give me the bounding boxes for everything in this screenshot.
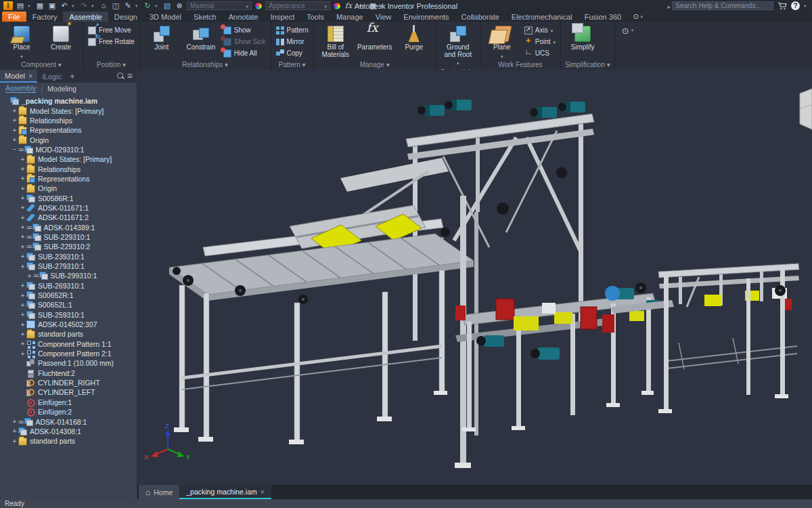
mode-tab-assembly[interactable]: Assembly (5, 84, 37, 93)
tree-item-sub-229310-1[interactable]: SUB-229310:1 (0, 232, 137, 242)
ribbon-group-label-work-features[interactable]: Work Features (480, 60, 560, 70)
tree-item-relationships[interactable]: Relationships (0, 164, 137, 173)
expand-icon[interactable] (19, 204, 26, 211)
expand-icon[interactable] (11, 117, 18, 124)
simplify-button[interactable]: Simplify (566, 24, 600, 60)
ribbon-group-label-manage[interactable]: Manage ▾ (314, 60, 436, 70)
tree-item-mod-029310-1[interactable]: MOD-029310:1 (0, 145, 137, 154)
viewport-3d[interactable]: Z X Y (137, 70, 812, 485)
expand-icon[interactable] (19, 350, 26, 358)
tree-item-einf-gen-1[interactable]: Einfügen:1 (0, 398, 137, 407)
update-dropdown-icon[interactable] (155, 3, 160, 9)
tree-item-adsk-014168-1[interactable]: ADSK-014168:1 (0, 417, 137, 426)
tree-item-sub-259310-1[interactable]: SUB-259310:1 (0, 310, 137, 320)
close-browser-tab-icon[interactable] (28, 72, 32, 80)
look-at-icon[interactable] (111, 1, 120, 10)
select-icon[interactable] (162, 1, 172, 10)
navigation-wheel-icon[interactable] (175, 1, 184, 10)
expand-icon[interactable] (11, 438, 18, 445)
new-file-dropdown-icon[interactable] (28, 3, 32, 9)
appearance-dropdown[interactable]: Appearance (265, 1, 330, 10)
tree-item-sub-279310-1[interactable]: SUB-279310:1 (0, 261, 137, 271)
bill-of-materials-button[interactable]: Bill of Materials (319, 24, 353, 60)
browser-tab-model[interactable]: Model (0, 70, 37, 83)
expand-icon[interactable] (11, 107, 18, 114)
store-cart-icon[interactable] (777, 2, 787, 10)
ribbon-group-label-position[interactable]: Position ▾ (83, 60, 139, 70)
ribbon-group-label-pattern[interactable]: Pattern ▾ (271, 60, 313, 70)
tree-item-component-pattern-1-1[interactable]: Component Pattern 1:1 (0, 339, 137, 349)
ribbon-tab-environments[interactable]: Environments (397, 12, 455, 22)
axis-button[interactable]: Axis (524, 25, 556, 35)
expand-icon[interactable] (19, 263, 26, 270)
save-icon[interactable] (47, 1, 57, 10)
tree-item-component-pattern-2-1[interactable]: Component Pattern 2:1 (0, 349, 137, 358)
display-options-button[interactable] (633, 12, 643, 22)
help-icon[interactable] (791, 1, 800, 10)
appearance-colorwheel-icon[interactable] (333, 2, 341, 10)
close-document-icon[interactable] (261, 488, 265, 496)
place-button[interactable]: Place (5, 24, 39, 60)
pattern-button[interactable]: Pattern (276, 25, 309, 35)
expand-icon[interactable] (19, 175, 26, 182)
active-document-tab[interactable]: _packing machine.iam (179, 485, 271, 499)
ground-and-root-button[interactable]: Ground and Root (441, 24, 475, 68)
material-colorwheel-icon[interactable] (254, 2, 263, 10)
expand-icon[interactable] (11, 136, 18, 144)
new-file-icon[interactable] (16, 1, 25, 10)
show-button[interactable]: Show (223, 25, 266, 35)
expand-icon[interactable] (19, 282, 26, 289)
expand-icon[interactable] (11, 418, 18, 425)
sketch-icon[interactable] (123, 1, 133, 10)
help-dropdown-icon[interactable] (804, 3, 809, 9)
parameters-quick-icon[interactable] (344, 1, 353, 10)
sketch-dropdown-icon[interactable] (135, 3, 140, 9)
browser-menu-icon[interactable] (127, 70, 133, 83)
expand-icon[interactable] (19, 301, 26, 309)
free-rotate-button[interactable]: Free Rotate (88, 37, 135, 47)
tree-item-s00586r-1[interactable]: S00586R:1 (0, 193, 137, 203)
point-button[interactable]: Point (524, 37, 556, 47)
expand-icon[interactable] (19, 165, 26, 173)
tree-item-sub-299310-1[interactable]: SUB-299310:1 (0, 271, 137, 280)
expand-icon[interactable] (19, 214, 26, 221)
expand-icon[interactable] (19, 311, 26, 318)
ribbon-tab-file[interactable]: File (2, 12, 26, 22)
expand-icon[interactable] (19, 194, 26, 202)
ribbon-tab-inspect[interactable]: Inspect (265, 12, 300, 22)
ribbon-group-label-simplification[interactable]: Simplification ▾ (561, 60, 614, 70)
undo-icon[interactable] (60, 1, 69, 10)
add-quick-icon[interactable] (356, 1, 365, 10)
expand-icon[interactable] (19, 253, 26, 260)
tree-item-sub-269310-1[interactable]: SUB-269310:1 (0, 281, 137, 291)
hide-all-button[interactable]: Hide All (223, 48, 266, 58)
plane-button[interactable]: Plane (485, 24, 519, 60)
home-tab[interactable]: Home (139, 485, 179, 499)
search-expand-icon[interactable] (667, 2, 671, 10)
expand-icon[interactable] (19, 331, 26, 338)
tree-item-adsk-014308-1[interactable]: ADSK-014308:1 (0, 427, 137, 436)
expand-icon[interactable] (19, 243, 26, 251)
ribbon-tab-annotate[interactable]: Annotate (223, 12, 265, 22)
joint-button[interactable]: Joint (145, 24, 179, 60)
tree-item-adsk-011671-2[interactable]: ADSK-011671:2 (0, 213, 137, 222)
tree-item-relationships[interactable]: Relationships (0, 116, 137, 125)
material-dropdown[interactable]: Material (187, 1, 252, 10)
parameters-button[interactable]: Parameters (358, 24, 392, 60)
tree-item-cylinder-left[interactable]: CYLINDER_LEFT (0, 387, 137, 397)
tree-item-representations[interactable]: Representations (0, 125, 137, 135)
view-cube[interactable] (800, 89, 812, 129)
expand-icon[interactable] (19, 321, 26, 329)
redo-dropdown-icon[interactable] (91, 3, 96, 9)
expand-icon[interactable] (11, 127, 18, 134)
screens-icon[interactable] (368, 1, 378, 10)
ribbon-tab-manage[interactable]: Manage (330, 12, 369, 22)
undo-dropdown-icon[interactable] (72, 3, 76, 9)
ribbon-tab-fusion-360[interactable]: Fusion 360 (579, 12, 627, 22)
tree-item-sub-229310-2[interactable]: SUB-229310:2 (0, 242, 137, 251)
tree-item-representations[interactable]: Representations (0, 174, 137, 184)
expand-icon[interactable] (19, 224, 26, 231)
expand-icon[interactable] (19, 292, 26, 299)
expand-icon[interactable] (19, 156, 26, 163)
ribbon-tab-electromechanical[interactable]: Electromechanical (505, 12, 579, 22)
